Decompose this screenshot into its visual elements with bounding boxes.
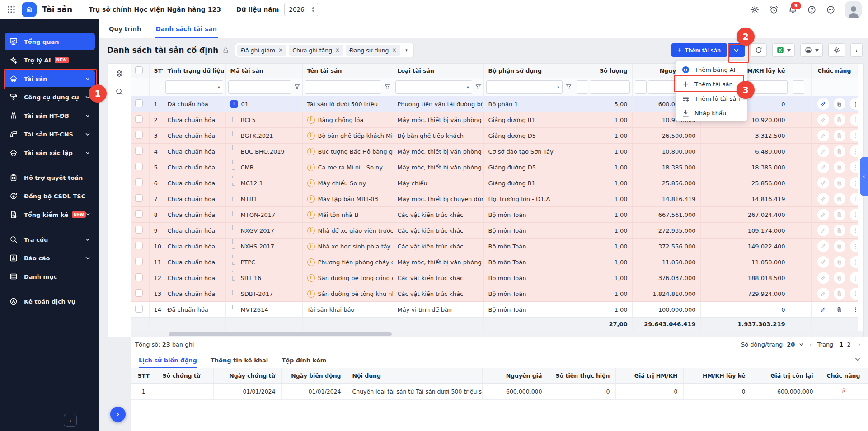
edit-button[interactable]: [817, 256, 829, 268]
duplicate-button[interactable]: [834, 145, 845, 157]
sidebar-item-bao-cao[interactable]: Báo cáo: [5, 249, 95, 267]
column-header-stt[interactable]: STT: [149, 64, 163, 78]
row-more-button[interactable]: [850, 145, 858, 157]
table-row[interactable]: 12 Chưa chuẩn hóa SBT 16 iSân đường bê t…: [131, 270, 858, 286]
prev-page-button[interactable]: ‹: [808, 341, 813, 348]
row-checkbox[interactable]: [135, 210, 143, 218]
row-more-button[interactable]: [850, 193, 858, 205]
tab-danh-sach-tai-san[interactable]: Danh sách tài sản: [155, 25, 218, 38]
table-row[interactable]: 3 Chưa chuẩn hóa BGTK.2021 iBộ bàn ghế t…: [131, 128, 858, 144]
row-more-button[interactable]: [850, 114, 858, 126]
delete-icon[interactable]: [840, 387, 847, 394]
tab-thong-tin-ke-khai[interactable]: Thông tin kê khai: [211, 357, 268, 368]
info-icon[interactable]: i: [307, 274, 315, 282]
column-header-name[interactable]: Tên tài sản: [302, 64, 393, 78]
settings-gear-icon[interactable]: [750, 5, 760, 14]
duplicate-button[interactable]: [834, 240, 845, 252]
row-checkbox[interactable]: [135, 226, 143, 234]
menu-item-1[interactable]: Thêm bằng AI: [676, 62, 747, 77]
edit-button[interactable]: [817, 240, 829, 252]
column-header-blank[interactable]: [790, 64, 811, 78]
column-header-actions[interactable]: Chức năng: [811, 64, 858, 78]
edit-button[interactable]: [817, 114, 829, 126]
chevron-down-icon[interactable]: [86, 212, 90, 217]
chip-close-icon[interactable]: ✕: [278, 47, 283, 53]
row-checkbox[interactable]: [135, 242, 143, 249]
sidebar-item-ke-toan-dich-vu[interactable]: Kế toán dịch vụ: [5, 293, 95, 310]
sidebar-item-dong-bo-csdl-tsc[interactable]: Đồng bộ CSDL TSC: [5, 187, 95, 205]
duplicate-button[interactable]: [834, 98, 845, 110]
table-row[interactable]: 7 Chưa chuẩn hóa MTB1 iMáy tập bắn MBT-0…: [131, 191, 858, 207]
row-checkbox[interactable]: [135, 178, 143, 186]
history-row[interactable]: 101/01/202401/01/2024Chuyển loại tài sản…: [131, 384, 868, 400]
row-more-button[interactable]: [850, 256, 858, 268]
qty-equals-operator[interactable]: =: [577, 80, 588, 94]
notifications-bell-icon[interactable]: 9: [788, 5, 798, 14]
status-filter-input[interactable]: [169, 84, 218, 91]
row-more-button[interactable]: [850, 209, 858, 220]
info-icon[interactable]: i: [307, 164, 315, 171]
type-filter-select[interactable]: ▾: [395, 80, 472, 94]
chevron-down-icon[interactable]: [85, 113, 90, 118]
code-filter[interactable]: [228, 80, 291, 94]
info-icon[interactable]: i: [307, 211, 315, 219]
unlock-icon[interactable]: [222, 47, 230, 54]
chevron-down-icon[interactable]: [85, 237, 90, 242]
expand-icon[interactable]: +: [230, 100, 238, 108]
chevron-down-icon[interactable]: [85, 255, 90, 261]
filter-chip-3[interactable]: Đang sử dụng ✕: [346, 45, 400, 56]
sidebar-item-tai-san-ht-db[interactable]: Tài sản HT-ĐB: [5, 107, 95, 124]
history-column-10[interactable]: Giá trị còn lại: [751, 368, 819, 384]
info-icon[interactable]: i: [307, 116, 315, 124]
refresh-button[interactable]: [750, 43, 767, 57]
row-checkbox[interactable]: [135, 194, 143, 202]
sidebar-item-tong-kiem-ke[interactable]: Tổng kiểm kê NEW: [5, 206, 95, 223]
row-checkbox[interactable]: [135, 273, 143, 281]
info-icon[interactable]: i: [307, 258, 315, 266]
tab-lich-su-bien-dong[interactable]: Lịch sử biến động: [139, 357, 197, 368]
year-spinner[interactable]: 2026: [284, 3, 318, 16]
filter-chip-1[interactable]: Đã ghi giảm ✕: [237, 45, 286, 56]
row-more-button[interactable]: [850, 98, 858, 110]
history-column-8[interactable]: Giá trị HM/KH: [615, 368, 683, 384]
row-checkbox[interactable]: [135, 99, 143, 107]
duplicate-button[interactable]: [834, 256, 845, 268]
duplicate-button[interactable]: [834, 177, 845, 189]
table-row[interactable]: 6 Chưa chuẩn hóa MC12.1 iMáy chiếu So ny…: [131, 175, 858, 191]
type-filter-input[interactable]: [399, 84, 467, 91]
page-number-1[interactable]: 1: [837, 341, 845, 348]
row-more-button[interactable]: [850, 177, 858, 189]
edit-button[interactable]: [817, 193, 829, 205]
row-more-button[interactable]: [850, 304, 858, 315]
menu-item-4[interactable]: Nhập khẩu: [676, 106, 747, 120]
search-icon[interactable]: [115, 87, 124, 96]
name-filter[interactable]: [305, 80, 381, 94]
sidebar-item-ho-tro-quyet-toan[interactable]: Hỗ trợ quyết toán: [5, 169, 95, 186]
column-header-qty[interactable]: Số lượng: [574, 64, 632, 78]
table-row[interactable]: 11 Chưa chuẩn hóa PTPC iPhương tiện phòn…: [131, 254, 858, 270]
history-column-1[interactable]: STT: [131, 368, 157, 384]
row-more-button[interactable]: [850, 161, 858, 173]
qty-filter-input[interactable]: [593, 84, 627, 91]
app-launcher-grid-icon[interactable]: [7, 5, 15, 14]
edit-button[interactable]: [817, 145, 829, 157]
more-options-icon[interactable]: [826, 5, 835, 14]
edit-button[interactable]: [817, 130, 829, 141]
reminder-clock-icon[interactable]: [769, 5, 779, 14]
layers-icon[interactable]: [115, 69, 124, 78]
dept-filter-select[interactable]: ▾: [486, 80, 563, 94]
history-column-2[interactable]: Số chứng từ: [157, 368, 213, 384]
sidebar-item-tong-quan[interactable]: Tổng quan: [5, 33, 95, 50]
edit-button[interactable]: [817, 272, 829, 284]
print-caret-icon[interactable]: [815, 49, 819, 52]
row-more-button[interactable]: [850, 288, 858, 300]
page-number-2[interactable]: 2: [845, 341, 853, 348]
duplicate-button[interactable]: [834, 193, 845, 205]
sidebar-item-tai-san-ht-cns[interactable]: Tài sản HT-CNS: [5, 126, 95, 143]
duplicate-button[interactable]: [834, 225, 845, 236]
print-button[interactable]: [800, 43, 823, 57]
chevron-down-icon[interactable]: [85, 76, 90, 81]
edit-button[interactable]: [817, 177, 829, 189]
row-more-button[interactable]: [850, 272, 858, 284]
row-checkbox[interactable]: [135, 305, 143, 313]
